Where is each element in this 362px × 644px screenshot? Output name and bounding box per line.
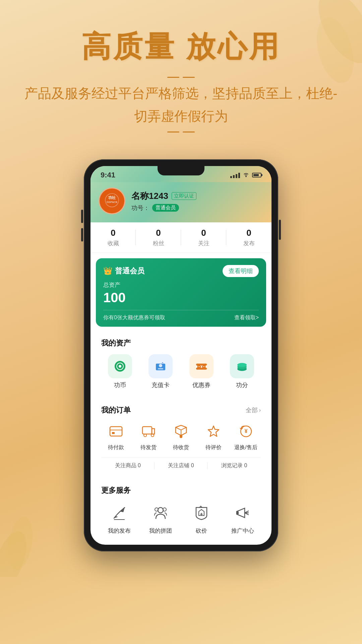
gongfen-icon-wrap (230, 354, 254, 378)
refund-icon: ¥ (236, 421, 256, 441)
sub-text-decoration: 产品及服务经过平台严格筛选，坚持品质至上，杜绝-切弄虚作假行为 (20, 77, 342, 132)
svg-rect-23 (112, 432, 115, 434)
assets-grid: 功币 充值卡 (101, 354, 261, 389)
coupon-text: 你有0张大额优惠券可领取 (103, 314, 165, 321)
pending-receive-icon (171, 421, 191, 441)
group-buy-label: 我的拼团 (149, 527, 172, 535)
svg-point-9 (119, 365, 121, 368)
coupon-link[interactable]: 查看领取> (234, 314, 259, 321)
svg-rect-24 (142, 427, 152, 434)
order-pending-receive[interactable]: 待收货 (166, 421, 196, 451)
more-services-title: 更多服务 (101, 485, 261, 495)
order-pending-review[interactable]: 待评价 (198, 421, 228, 451)
stat-posts[interactable]: 0 发布 (226, 228, 272, 247)
service-bargain[interactable]: 砍价 (183, 501, 220, 535)
my-assets-title: 我的资产 (101, 338, 261, 348)
avatar[interactable]: 功社 GSPACE (99, 187, 125, 214)
bargain-icon (190, 501, 213, 524)
order-refund[interactable]: ¥ 退换/售后 (231, 421, 261, 451)
stat-following-num: 0 (181, 228, 226, 238)
orders-all-link[interactable]: 全部 › (246, 406, 261, 414)
bargain-label: 砍价 (196, 527, 207, 535)
order-pending-ship[interactable]: 待发货 (134, 421, 164, 451)
profile-name-row: 名称1243 立即认证 (131, 190, 263, 202)
svg-point-11 (159, 364, 162, 367)
browse-history[interactable]: 浏览记录 0 (207, 462, 261, 469)
gongfen-label: 功分 (236, 381, 248, 389)
fav-stores[interactable]: 关注店铺 0 (155, 462, 208, 469)
vol-down-button (81, 228, 83, 241)
fav-products[interactable]: 关注商品 0 (101, 462, 155, 469)
svg-rect-21 (110, 427, 122, 436)
member-type: 普通会员 (115, 266, 144, 276)
crown-icon: 👑 (103, 267, 112, 275)
gongbi-label: 功币 (114, 381, 126, 389)
stat-followers-label: 粉丝 (136, 239, 181, 247)
promotion-icon (231, 501, 254, 524)
stat-following[interactable]: 0 关注 (181, 228, 226, 247)
orders-all-label: 全部 (246, 406, 258, 414)
phone-notch (158, 166, 204, 175)
service-group-buy[interactable]: 我的拼团 (142, 501, 179, 535)
deco-left (167, 77, 195, 78)
coupon-label: 优惠券 (192, 381, 210, 389)
orders-chevron: › (259, 407, 261, 413)
asset-amount: 100 (103, 290, 259, 305)
view-detail-button[interactable]: 查看明细 (223, 265, 259, 277)
profile-id-row: 功号： 普通会员 (131, 204, 263, 212)
pending-review-icon (203, 421, 224, 441)
status-time: 9:41 (101, 171, 115, 179)
sub-text-content: 产品及服务经过平台严格筛选，坚持品质至上，杜绝-切弄虚作假行为 (20, 82, 342, 127)
recharge-label: 充值卡 (152, 381, 170, 389)
asset-item-recharge[interactable]: 充值卡 (142, 354, 180, 389)
my-assets-section: 我的资产 功币 (96, 332, 266, 395)
verify-badge[interactable]: 立即认证 (172, 192, 196, 200)
sub-description: 产品及服务经过平台严格筛选，坚持品质至上，杜绝-切弄虚作假行为 (20, 77, 342, 132)
member-card: 👑 普通会员 查看明细 总资产 100 你有0张大额优惠券可领取 查看领取> (96, 258, 266, 327)
status-icons (230, 172, 261, 179)
more-services-grid: 我的发布 (101, 501, 261, 535)
member-badge[interactable]: 普通会员 (152, 204, 179, 212)
phone-frame: 9:41 (84, 159, 278, 551)
group-buy-icon (149, 501, 172, 524)
stat-collections[interactable]: 0 收藏 (90, 228, 136, 247)
pending-pay-label: 待付款 (108, 444, 124, 451)
member-title-row: 👑 普通会员 (103, 266, 144, 276)
pending-pay-icon (106, 421, 126, 441)
stat-followers[interactable]: 0 粉丝 (136, 228, 181, 247)
power-button (279, 220, 281, 240)
svg-text:¥: ¥ (200, 365, 203, 369)
stat-collections-label: 收藏 (90, 239, 136, 247)
asset-item-gongbi[interactable]: 功币 (101, 354, 139, 389)
orders-header: 我的订单 全部 › (101, 405, 261, 415)
pending-review-label: 待评价 (205, 444, 222, 451)
my-posts-label: 我的发布 (108, 527, 131, 535)
svg-text:功社: 功社 (108, 196, 116, 200)
coupon-icon-wrap: ¥ (189, 354, 214, 378)
phone-mockup: 9:41 (0, 159, 362, 551)
svg-point-20 (237, 363, 247, 367)
my-orders-section: 我的订单 全部 › (96, 399, 266, 475)
svg-text:¥: ¥ (244, 428, 247, 434)
pending-ship-label: 待发货 (140, 444, 157, 451)
more-services-section: 更多服务 我的发布 (96, 479, 266, 541)
deco-right (167, 131, 195, 132)
order-icons-grid: 待付款 待发货 (101, 421, 261, 451)
gongbi-icon-wrap (108, 354, 132, 378)
wifi-icon (243, 172, 249, 179)
service-promotion[interactable]: 推广中心 (225, 501, 261, 535)
stat-posts-label: 发布 (226, 239, 272, 247)
signal-icon (230, 172, 240, 178)
stat-followers-num: 0 (136, 228, 181, 238)
asset-item-coupon[interactable]: ¥ 优惠券 (183, 354, 220, 389)
main-title: 高质量 放心用 (20, 27, 342, 67)
battery-icon (252, 173, 261, 177)
order-pending-pay[interactable]: 待付款 (101, 421, 131, 451)
my-posts-icon (108, 501, 131, 524)
service-my-posts[interactable]: 我的发布 (101, 501, 138, 535)
profile-id-label: 功号： (131, 204, 149, 212)
asset-item-gongfen[interactable]: 功分 (224, 354, 261, 389)
svg-point-34 (158, 507, 163, 513)
profile-name: 名称1243 (131, 190, 168, 202)
member-card-top: 👑 普通会员 查看明细 (103, 265, 259, 277)
